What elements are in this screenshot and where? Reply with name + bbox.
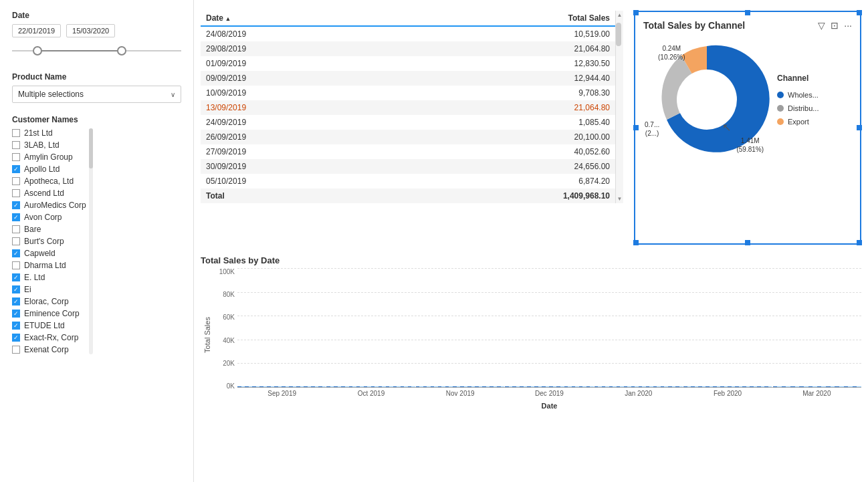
customer-checkbox[interactable]: [12, 177, 20, 185]
table-row[interactable]: 24/08/201910,519.00: [201, 26, 615, 41]
bar-pair[interactable]: [259, 386, 267, 387]
scroll-thumb[interactable]: [89, 128, 93, 168]
bar-pair[interactable]: [378, 386, 386, 387]
bar-pair[interactable]: [289, 386, 296, 387]
customer-checkbox[interactable]: [12, 249, 20, 257]
bar-pair[interactable]: [505, 386, 512, 387]
bar-pair[interactable]: [311, 386, 318, 387]
resize-handle-br[interactable]: [857, 240, 862, 245]
bar-pair[interactable]: [835, 386, 843, 387]
customer-item[interactable]: Amylin Group: [12, 152, 86, 162]
bar-pair[interactable]: [475, 386, 482, 387]
bar-pair[interactable]: [661, 386, 668, 387]
bar-pair[interactable]: [799, 386, 808, 387]
customer-item[interactable]: Exact-Rx, Corp: [12, 333, 86, 342]
bar-pair[interactable]: [790, 386, 799, 387]
table-row[interactable]: 26/09/201920,100.00: [201, 130, 615, 144]
bar-pair[interactable]: [431, 386, 438, 387]
bar-pair[interactable]: [624, 386, 631, 387]
bar-pair[interactable]: [482, 386, 490, 387]
bar-pair[interactable]: [296, 386, 304, 387]
table-row[interactable]: 29/08/201921,064.80: [201, 41, 615, 56]
customer-item[interactable]: Apollo Ltd: [12, 164, 86, 174]
bar-pair[interactable]: [393, 386, 401, 387]
product-dropdown[interactable]: Multiple selections ∨: [12, 86, 181, 103]
bar-pair[interactable]: [274, 386, 282, 387]
table-row[interactable]: 10/09/20199,708.30: [201, 86, 615, 100]
bar-pair[interactable]: [728, 386, 735, 387]
bar-pair[interactable]: [782, 386, 790, 387]
resize-handle-tm[interactable]: [745, 10, 750, 15]
bar-pair[interactable]: [349, 386, 356, 387]
bar-pair[interactable]: [757, 386, 764, 387]
bar-pair[interactable]: [735, 386, 742, 387]
table-row[interactable]: 30/09/201924,656.00: [201, 159, 615, 174]
customer-checkbox[interactable]: [12, 213, 20, 221]
bar-pair[interactable]: [237, 386, 245, 387]
customer-checkbox[interactable]: [12, 310, 20, 318]
customer-checkbox[interactable]: [12, 165, 20, 173]
date-end[interactable]: 15/03/2020: [66, 24, 115, 37]
bar-pair[interactable]: [438, 386, 445, 387]
customer-item[interactable]: Apotheca, Ltd: [12, 176, 86, 186]
bar-pair[interactable]: [646, 386, 653, 387]
bar-pair[interactable]: [542, 386, 549, 387]
customer-checkbox[interactable]: [12, 297, 20, 306]
customer-checkbox[interactable]: [12, 201, 20, 209]
bar-pair[interactable]: [750, 386, 757, 387]
bar-pair[interactable]: [245, 386, 252, 387]
resize-handle-ml[interactable]: [633, 125, 639, 130]
bar-pair[interactable]: [401, 386, 408, 387]
bar-pair[interactable]: [720, 386, 728, 387]
bar-pair[interactable]: [572, 386, 579, 387]
bar-pair[interactable]: [460, 386, 467, 387]
customer-item[interactable]: E. Ltd: [12, 273, 86, 282]
legend-item-wholesale[interactable]: Wholes...: [777, 91, 819, 99]
bar-pair[interactable]: [416, 386, 423, 387]
bar-pair[interactable]: [304, 386, 311, 387]
legend-item-distribu[interactable]: Distribu...: [777, 104, 819, 112]
filter-icon[interactable]: ▽: [818, 20, 825, 31]
table-row[interactable]: 05/10/20196,874.20: [201, 174, 615, 189]
bar-pair[interactable]: [713, 386, 720, 387]
resize-handle-bm[interactable]: [745, 240, 750, 245]
more-icon[interactable]: ···: [844, 20, 852, 31]
customer-item[interactable]: Elorac, Corp: [12, 297, 86, 306]
bar-pair[interactable]: [371, 386, 378, 387]
bar-pair[interactable]: [653, 386, 661, 387]
bar-pair[interactable]: [467, 386, 475, 387]
customer-checkbox[interactable]: [12, 129, 20, 137]
customer-checkbox[interactable]: [12, 225, 20, 233]
slider-thumb-right[interactable]: [117, 46, 126, 55]
customer-item[interactable]: 3LAB, Ltd: [12, 140, 86, 150]
scroll-down-arrow[interactable]: ▼: [616, 195, 623, 203]
bar-pair[interactable]: [386, 386, 393, 387]
bar-pair[interactable]: [520, 386, 527, 387]
date-slider[interactable]: [12, 41, 181, 60]
expand-icon[interactable]: ⊡: [831, 20, 839, 31]
bar-pair[interactable]: [579, 386, 586, 387]
bar-pair[interactable]: [706, 386, 713, 387]
resize-handle-bl[interactable]: [633, 240, 639, 245]
table-row[interactable]: 13/09/201921,064.80: [201, 100, 615, 115]
table-row[interactable]: 27/09/201940,052.60: [201, 144, 615, 159]
customer-item[interactable]: Avon Corp: [12, 213, 86, 222]
customer-scrollbar[interactable]: [89, 128, 93, 354]
bar-pair[interactable]: [808, 386, 817, 387]
bar-pair[interactable]: [423, 386, 431, 387]
bar-pair[interactable]: [364, 386, 371, 387]
bar-pair[interactable]: [326, 386, 334, 387]
bar-pair[interactable]: [527, 386, 534, 387]
customer-item[interactable]: AuroMedics Corp: [12, 201, 86, 210]
bar-pair[interactable]: [594, 386, 602, 387]
bar-pair[interactable]: [683, 386, 691, 387]
table-col-sales[interactable]: Total Sales: [395, 11, 615, 26]
bar-pair[interactable]: [602, 386, 609, 387]
customer-checkbox[interactable]: [12, 237, 20, 245]
date-start[interactable]: 22/01/2019: [12, 24, 61, 37]
bar-pair[interactable]: [556, 386, 564, 387]
bar-pair[interactable]: [698, 386, 706, 387]
bar-pair[interactable]: [318, 386, 326, 387]
customer-checkbox[interactable]: [12, 141, 20, 149]
bar-pair[interactable]: [341, 386, 348, 387]
